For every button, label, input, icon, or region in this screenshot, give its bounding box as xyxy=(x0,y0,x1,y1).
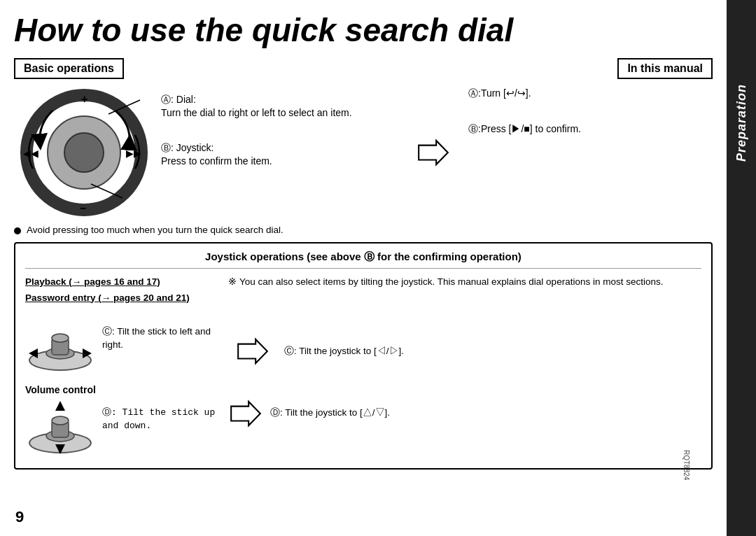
volume-right: Ⓓ: Tilt the joystick to [△/▽]. xyxy=(270,400,701,420)
manual-item-b: Ⓑ:Press [▶/■] to confirm. xyxy=(468,122,713,136)
svg-marker-16 xyxy=(238,339,267,363)
dial-desc-b: Ⓑ: Joystick: Press to confirm the item. xyxy=(161,141,405,169)
joystick-diagram-lr xyxy=(25,318,95,377)
top-labels: Basic operations In this manual xyxy=(14,58,713,79)
section-upper: + − ◀◀ ▶▶ xyxy=(14,86,713,219)
svg-text:−: − xyxy=(80,202,86,214)
main-container: How to use the quick search dial Basic o… xyxy=(0,0,756,536)
bullet-icon xyxy=(14,227,21,234)
in-this-manual-label: In this manual xyxy=(617,58,713,79)
joystick-desc-d-left: Ⓓ: Tilt the stick up and down. xyxy=(102,400,221,432)
dial-desc-a: Ⓐ: Dial: Turn the dial to right or left … xyxy=(161,93,405,120)
svg-point-2 xyxy=(64,133,104,172)
arrow-lr xyxy=(235,318,270,377)
svg-marker-23 xyxy=(231,402,260,425)
joystick-left: Playback (→ pages 16 and 17) Password en… xyxy=(25,274,221,313)
joystick-diagram-ud xyxy=(25,400,95,458)
svg-point-20 xyxy=(52,416,69,425)
dial-b-desc: Press to confirm the item. xyxy=(161,155,272,167)
side-tab-label: Preparation xyxy=(734,84,749,162)
content-area: How to use the quick search dial Basic o… xyxy=(0,0,727,536)
joystick-desc-c-left: Ⓒ: Tilt the stick to left and right. xyxy=(102,318,221,352)
joystick-ill-left-lr: Ⓒ: Tilt the stick to left and right. xyxy=(25,318,221,377)
volume-section: Ⓓ: Tilt the stick up and down. Ⓓ: Tilt t… xyxy=(25,400,701,458)
svg-marker-21 xyxy=(55,401,65,411)
volume-label: Volume control xyxy=(25,384,701,395)
dial-a-title: : Dial: xyxy=(171,94,196,105)
manual-item-a: Ⓐ:Turn [↩/↪]. xyxy=(468,86,713,101)
avoid-text: Avoid pressing too much when you turn th… xyxy=(27,225,284,235)
joystick-body: Playback (→ pages 16 and 17) Password en… xyxy=(25,274,701,313)
joystick-desc-c-right: Ⓒ: Tilt the joystick to [◁/▷]. xyxy=(284,338,404,358)
basic-operations-label: Basic operations xyxy=(14,58,124,79)
joystick-box: Joystick operations (see above Ⓑ for the… xyxy=(14,242,713,470)
dial-a-label: Ⓐ xyxy=(161,94,171,105)
svg-marker-9 xyxy=(419,141,448,164)
joystick-title: Joystick operations (see above Ⓑ for the… xyxy=(25,251,701,269)
page-title: How to use the quick search dial xyxy=(14,13,713,48)
dial-b-label: Ⓑ xyxy=(161,142,171,153)
dial-b-title: : Joystick: xyxy=(171,142,214,153)
svg-text:◀◀: ◀◀ xyxy=(23,148,38,159)
joystick-note: You can also select items by tilting the… xyxy=(239,276,664,287)
dial-descriptions: Ⓐ: Dial: Turn the dial to right or left … xyxy=(154,86,405,219)
joystick-links: Playback (→ pages 16 and 17) Password en… xyxy=(25,274,221,306)
joystick-illustrations-lr: Ⓒ: Tilt the stick to left and right. Ⓒ: … xyxy=(25,318,701,377)
joystick-link-playback[interactable]: Playback (→ pages 16 and 17) xyxy=(25,274,221,290)
dial-diagram: + − ◀◀ ▶▶ xyxy=(14,86,154,219)
arrow-ud xyxy=(228,400,263,428)
joystick-link-password[interactable]: Password entry (→ pages 20 and 21) xyxy=(25,290,221,306)
svg-text:+: + xyxy=(81,93,88,105)
svg-point-13 xyxy=(52,334,69,342)
volume-left: Ⓓ: Tilt the stick up and down. xyxy=(25,400,221,458)
arrow-middle xyxy=(405,86,461,219)
in-manual-section: Ⓐ:Turn [↩/↪]. Ⓑ:Press [▶/■] to confirm. xyxy=(461,86,713,219)
note-symbol: ※ xyxy=(228,276,239,287)
joystick-right: ※ You can also select items by tilting t… xyxy=(228,274,701,313)
joystick-ill-right-lr: Ⓒ: Tilt the joystick to [◁/▷]. xyxy=(284,318,701,377)
rqt-number: RQT8824 xyxy=(682,450,690,480)
dial-a-desc: Turn the dial to right or left to select… xyxy=(161,107,352,118)
avoid-note: Avoid pressing too much when you turn th… xyxy=(14,225,713,235)
joystick-desc-d-right: Ⓓ: Tilt the joystick to [△/▽]. xyxy=(270,400,390,420)
side-tab: Preparation xyxy=(727,0,756,536)
page-number: 9 xyxy=(15,508,24,526)
